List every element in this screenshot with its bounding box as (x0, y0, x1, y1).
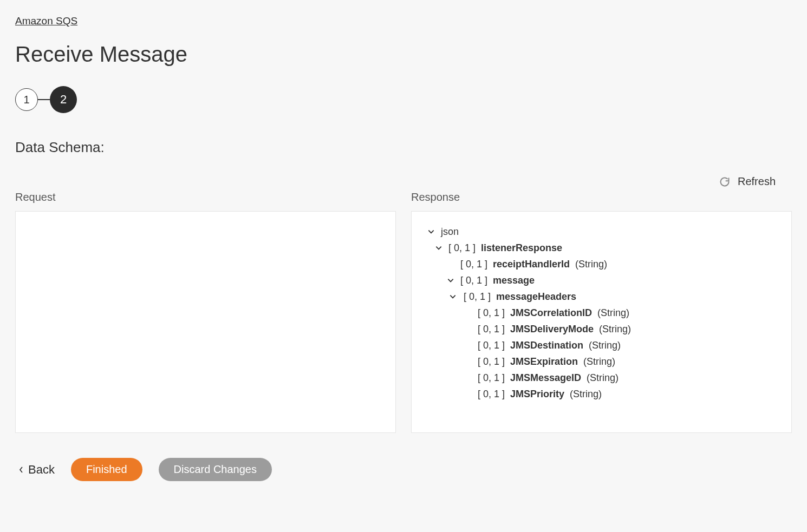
section-heading: Data Schema: (15, 139, 792, 156)
tree-node-cardinality: [ 0, 1 ] (448, 243, 476, 253)
tree-node-type: (String) (575, 259, 607, 269)
tree-node-jms-priority[interactable]: [ 0, 1 ] JMSPriority (String) (420, 386, 783, 402)
back-button-label: Back (28, 463, 55, 477)
tree-node-cardinality: [ 0, 1 ] (478, 389, 505, 399)
tree-node-jms-destination[interactable]: [ 0, 1 ] JMSDestination (String) (420, 337, 783, 353)
tree-node-receipt-handler-id[interactable]: [ 0, 1 ] receiptHandlerId (String) (420, 256, 783, 272)
request-column-header: Request (15, 191, 396, 203)
tree-node-label: JMSExpiration (510, 357, 578, 366)
tree-node-cardinality: [ 0, 1 ] (478, 340, 505, 350)
chevron-down-icon[interactable] (446, 277, 455, 284)
tree-node-label: json (441, 227, 459, 237)
discard-changes-button[interactable]: Discard Changes (159, 458, 272, 481)
response-panel: json [ 0, 1 ] listenerResponse [ 0, 1 ] … (411, 211, 792, 433)
response-column-header: Response (411, 191, 792, 203)
tree-node-label: JMSDeliveryMode (510, 324, 594, 334)
tree-node-type: (String) (597, 308, 629, 318)
breadcrumb-link[interactable]: Amazon SQS (15, 15, 77, 27)
chevron-left-icon (18, 463, 24, 477)
refresh-button[interactable]: Refresh (738, 175, 776, 188)
tree-node-message-headers[interactable]: [ 0, 1 ] messageHeaders (420, 288, 783, 305)
step-1[interactable]: 1 (15, 88, 38, 111)
tree-node-type: (String) (589, 340, 621, 350)
tree-node-jms-delivery-mode[interactable]: [ 0, 1 ] JMSDeliveryMode (String) (420, 321, 783, 337)
tree-node-jms-message-id[interactable]: [ 0, 1 ] JMSMessageID (String) (420, 370, 783, 386)
tree-node-jms-correlation-id[interactable]: [ 0, 1 ] JMSCorrelationID (String) (420, 305, 783, 321)
tree-node-type: (String) (583, 357, 615, 366)
stepper-connector (38, 99, 50, 100)
tree-node-cardinality: [ 0, 1 ] (478, 324, 505, 334)
tree-node-type: (String) (570, 389, 602, 399)
chevron-down-icon[interactable] (427, 228, 435, 235)
stepper: 1 2 (15, 86, 792, 113)
tree-node-label: JMSCorrelationID (510, 308, 592, 318)
tree-node-listener-response[interactable]: [ 0, 1 ] listenerResponse (420, 240, 783, 256)
tree-node-cardinality: [ 0, 1 ] (478, 373, 505, 383)
tree-node-cardinality: [ 0, 1 ] (478, 357, 505, 366)
finished-button[interactable]: Finished (71, 458, 142, 481)
tree-node-cardinality: [ 0, 1 ] (460, 275, 487, 285)
refresh-icon[interactable] (719, 176, 730, 187)
tree-node-json[interactable]: json (420, 224, 783, 240)
tree-node-jms-expiration[interactable]: [ 0, 1 ] JMSExpiration (String) (420, 353, 783, 370)
tree-node-type: (String) (587, 373, 619, 383)
tree-node-label: JMSDestination (510, 340, 583, 350)
tree-node-cardinality: [ 0, 1 ] (460, 259, 487, 269)
tree-node-label: message (493, 275, 535, 285)
tree-node-label: receiptHandlerId (493, 259, 570, 269)
tree-node-cardinality: [ 0, 1 ] (464, 292, 491, 301)
request-panel (15, 211, 396, 433)
tree-node-label: messageHeaders (496, 292, 576, 301)
step-2[interactable]: 2 (50, 86, 77, 113)
tree-node-cardinality: [ 0, 1 ] (478, 308, 505, 318)
tree-node-label: JMSMessageID (510, 373, 581, 383)
tree-node-message[interactable]: [ 0, 1 ] message (420, 272, 783, 288)
page-title: Receive Message (15, 42, 792, 67)
tree-node-label: JMSPriority (510, 389, 564, 399)
back-button[interactable]: Back (18, 463, 55, 477)
tree-node-type: (String) (599, 324, 631, 334)
chevron-down-icon[interactable] (448, 293, 457, 300)
tree-node-label: listenerResponse (481, 243, 562, 253)
chevron-down-icon[interactable] (434, 244, 443, 252)
